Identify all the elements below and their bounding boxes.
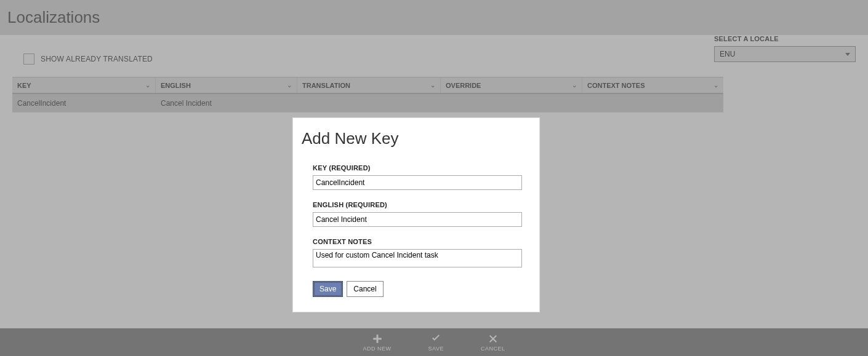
save-button[interactable]: Save <box>313 281 343 297</box>
key-input[interactable] <box>313 175 522 190</box>
english-input[interactable] <box>313 212 522 227</box>
context-label: CONTEXT NOTES <box>313 238 527 245</box>
modal-title: Add New Key <box>302 129 527 148</box>
english-label: ENGLISH (REQUIRED) <box>313 201 527 208</box>
key-label: KEY (REQUIRED) <box>313 164 527 172</box>
modal-buttons: Save Cancel <box>313 281 527 297</box>
context-field-group: CONTEXT NOTES <box>313 238 527 270</box>
context-input[interactable] <box>313 249 522 267</box>
add-key-modal: Add New Key KEY (REQUIRED) ENGLISH (REQU… <box>293 118 539 312</box>
key-field-group: KEY (REQUIRED) <box>313 164 527 190</box>
english-field-group: ENGLISH (REQUIRED) <box>313 201 527 227</box>
cancel-button[interactable]: Cancel <box>347 281 383 297</box>
